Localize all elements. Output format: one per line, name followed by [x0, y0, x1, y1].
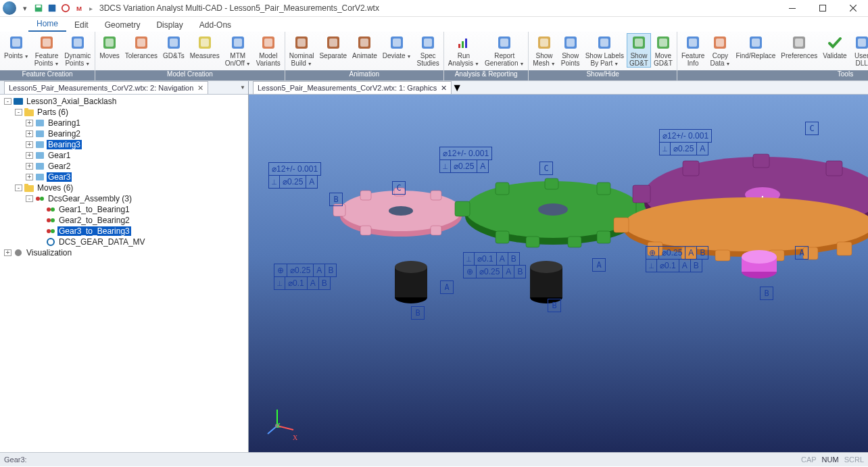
gdt-callout-gear1-dim[interactable]: ⌀12+/- 0.001 ⟂⌀0.25A — [269, 163, 321, 189]
expand-toggle-icon[interactable]: - — [26, 195, 33, 202]
tree-move-gear2_to_bearing2[interactable]: Gear2_to_Bearing2 — [0, 215, 248, 226]
tree-assembly[interactable]: -DcsGear_Assembly (3) — [0, 193, 248, 204]
tree-parts[interactable]: -Parts (6) — [0, 107, 248, 118]
group-label: Analysis & Reporting — [444, 70, 528, 80]
show-labels-button[interactable]: Show Labels By Part ▼ — [583, 33, 627, 68]
qat-dropdown-icon[interactable]: ▾ — [19, 2, 31, 14]
expand-toggle-icon[interactable]: + — [26, 120, 33, 126]
mtm-button[interactable]: MTM On/Off ▼ — [222, 33, 254, 68]
expand-toggle-icon[interactable]: - — [15, 109, 22, 116]
gdts-button[interactable]: GD&Ts — [160, 33, 187, 60]
tab-display[interactable]: Display — [148, 18, 191, 32]
qat-item-3-icon[interactable] — [46, 2, 58, 14]
datum-c-3[interactable]: C — [805, 122, 819, 135]
spec-studies-button[interactable]: Spec Studies — [414, 33, 442, 68]
model-variants-button[interactable]: Model Variants — [254, 33, 283, 68]
expand-toggle-icon[interactable]: - — [15, 185, 22, 191]
tolerances-button[interactable]: Tolerances — [122, 33, 160, 60]
graphics-dropdown-icon[interactable]: ▼ — [452, 82, 462, 94]
gdt-callout-gear2-pos[interactable]: ⟂⌀0.1AB ⊕⌀0.25AB — [464, 253, 526, 278]
qat-item-5-icon[interactable]: M — [73, 2, 85, 14]
dynamic-points-button[interactable]: Dynamic Points ▼ — [62, 33, 93, 68]
expand-toggle-icon[interactable]: + — [26, 163, 33, 170]
tree-part-gear3[interactable]: +Gear3 — [0, 172, 248, 182]
document-area: Lesson5_Pair_Measurements_CorV2.wtx: 2: … — [0, 81, 868, 452]
datum-b-shaft2[interactable]: B — [548, 299, 561, 312]
expand-toggle-icon[interactable]: + — [26, 152, 33, 159]
tree-part-gear2[interactable]: +Gear2 — [0, 161, 248, 172]
qat-item-4-icon[interactable] — [59, 2, 72, 14]
qat-save-icon[interactable] — [32, 2, 45, 14]
graphics-tab-close-icon[interactable]: ✕ — [441, 84, 447, 93]
tab-geometry[interactable]: Geometry — [97, 18, 149, 32]
preferences-button[interactable]: Preferences — [778, 33, 820, 60]
report-generation-button[interactable]: Report Generation ▼ — [482, 33, 527, 68]
expand-toggle-icon[interactable]: + — [26, 130, 33, 137]
datum-b-3[interactable]: B — [760, 287, 773, 300]
gdt-callout-gear3-pos[interactable]: ⊕⌀0.25AB ⟂⌀0.1AB — [646, 247, 708, 272]
show-gdt-button[interactable]: Show GD&T — [627, 33, 651, 68]
datum-a-3[interactable]: A — [795, 246, 809, 260]
expand-toggle-icon[interactable]: - — [4, 98, 11, 105]
run-analysis-button[interactable]: Run Analysis ▼ — [445, 33, 482, 68]
datum-b-shaft1[interactable]: B — [411, 306, 425, 320]
svg-rect-100 — [455, 201, 470, 216]
datum-a-shaft1[interactable]: A — [440, 280, 454, 294]
expand-toggle-icon[interactable]: + — [26, 141, 33, 148]
tab-home[interactable]: Home — [28, 17, 66, 32]
points-button[interactable]: Points ▼ — [1, 33, 32, 61]
show-points-button[interactable]: Show Points — [558, 33, 583, 68]
tree-move-gear1_to_bearing1[interactable]: Gear1_to_Bearing1 — [0, 204, 248, 215]
datum-a-2[interactable]: A — [592, 258, 606, 272]
feature-points-button[interactable]: Feature Points ▼ — [32, 33, 62, 68]
gdt-callout-gear2-dim[interactable]: ⌀12+/- 0.001 ⟂⌀0.25A — [440, 147, 492, 173]
move-gdt-button[interactable]: Move GD&T — [651, 33, 675, 68]
datum-c-1[interactable]: C — [392, 181, 406, 195]
svg-point-77 — [36, 197, 40, 201]
datum-c-2[interactable]: C — [539, 162, 553, 175]
user-dll-button[interactable]: User DLL — [850, 33, 868, 68]
nominal-build-button[interactable]: Nominal Build ▼ — [287, 33, 317, 68]
expand-toggle-icon[interactable]: + — [4, 249, 11, 256]
copy-data-button[interactable]: Copy Data ▼ — [707, 33, 733, 68]
gdt-callout-gear3-dim[interactable]: ⌀12+/- 0.001 ⟂⌀0.25A — [660, 130, 712, 155]
tree-part-bearing3[interactable]: +Bearing3 — [0, 139, 248, 150]
viewport-3d[interactable]: ⌀12+/- 0.001 ⟂⌀0.25A B C ⊕⌀0.25AB ⟂⌀0.1A… — [249, 95, 868, 452]
graphics-tab[interactable]: Lesson5_Pair_Measurements_CorV2.wtx: 1: … — [253, 81, 452, 94]
svg-point-131 — [395, 261, 427, 273]
close-button[interactable] — [838, 0, 868, 17]
tree-move-gear3_to_bearing3[interactable]: Gear3_to_Bearing3 — [0, 226, 248, 237]
tree-moves[interactable]: -Moves (6) — [0, 182, 248, 193]
find-replace-button[interactable]: Find/Replace — [733, 33, 778, 60]
feature-info-button[interactable]: Feature Info — [679, 33, 707, 68]
separate-button[interactable]: Separate — [316, 33, 349, 60]
datum-b-1[interactable]: B — [329, 193, 343, 206]
svg-point-3 — [62, 5, 70, 12]
navigation-tab-close-icon[interactable]: ✕ — [197, 84, 203, 93]
expand-toggle-icon[interactable]: + — [26, 174, 33, 180]
tab-edit[interactable]: Edit — [66, 18, 97, 32]
tab-add-ons[interactable]: Add-Ons — [191, 18, 239, 32]
maximize-button[interactable] — [807, 0, 838, 17]
svg-rect-2 — [49, 5, 56, 12]
tree-visualization[interactable]: +Visualization — [0, 247, 248, 258]
moves-button[interactable]: Moves — [97, 33, 122, 60]
gdt-callout-gear1-pos[interactable]: ⊕⌀0.25AB ⟂⌀0.1AB — [274, 264, 337, 290]
validate-button[interactable]: Validate — [820, 33, 849, 60]
tree-part-bearing1[interactable]: +Bearing1 — [0, 118, 248, 128]
deviate-button[interactable]: Deviate ▼ — [380, 33, 414, 61]
tree-root[interactable]: -Lesson3_Axial_Backlash — [0, 96, 248, 107]
navigation-dropdown-icon[interactable]: ▼ — [240, 84, 245, 91]
tree-node-label: DcsGear_Assembly (3) — [47, 194, 133, 203]
show-mesh-button[interactable]: Show Mesh ▼ — [530, 33, 558, 68]
animate-button[interactable]: Animate — [349, 33, 380, 60]
model-tree[interactable]: -Lesson3_Axial_Backlash-Parts (6)+Bearin… — [0, 95, 248, 452]
minimize-button[interactable] — [777, 0, 807, 17]
measures-button[interactable]: Measures — [187, 33, 222, 60]
tree-part-gear1[interactable]: +Gear1 — [0, 150, 248, 161]
model-variants-label: Model Variants — [256, 52, 281, 67]
tree-data-mv[interactable]: DCS_GEAR_DATA_MV — [0, 237, 248, 247]
tree-part-bearing2[interactable]: +Bearing2 — [0, 128, 248, 139]
svg-point-81 — [47, 218, 51, 222]
navigation-tab[interactable]: Lesson5_Pair_Measurements_CorV2.wtx: 2: … — [4, 81, 208, 94]
